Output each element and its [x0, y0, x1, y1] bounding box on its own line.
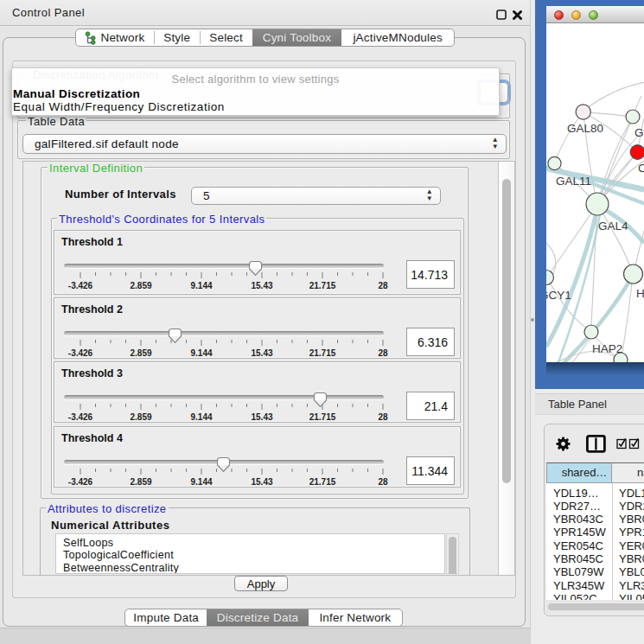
svg-text:HAP2: HAP2 [592, 342, 622, 355]
svg-text:GAL11: GAL11 [556, 175, 591, 188]
svg-text:C: C [638, 162, 644, 175]
svg-text:G.: G. [634, 126, 644, 139]
svg-text:H: H [636, 287, 644, 300]
svg-text:GAL80: GAL80 [567, 122, 603, 135]
svg-text:GAL4: GAL4 [598, 220, 628, 233]
svg-text:GCY1: GCY1 [546, 289, 571, 302]
